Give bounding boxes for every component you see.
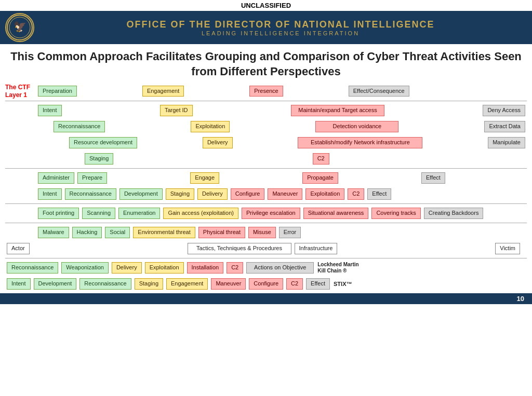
tag-maneuver-l3: Maneuver xyxy=(268,188,302,199)
ctf-layer1-row: The CTFLayer 1 Preparation Engagement Pr… xyxy=(5,84,527,99)
header-title: OFFICE OF THE DIRECTOR OF NATIONAL INTEL… xyxy=(34,19,527,30)
tag-effect-l3: Effect xyxy=(367,188,391,199)
tag-maintain-expand: Maintain/expand Target access xyxy=(291,105,384,116)
tag-social: Social xyxy=(105,227,130,238)
tag-covering-tracks: Covering tracks xyxy=(371,208,420,219)
tag-intent-l3: Intent xyxy=(38,188,62,199)
tag-lm-c2: C2 xyxy=(227,262,243,273)
tag-stix-configure: Configure xyxy=(249,278,283,289)
tag-exploitation: Exploitation xyxy=(191,121,230,132)
tag-propagate: Propagate xyxy=(302,172,338,183)
page-number: 10 xyxy=(0,293,532,304)
tag-stix-development: Development xyxy=(34,278,77,289)
tag-stix-maneuver: Maneuver xyxy=(211,278,246,289)
tag-stix-intent: Intent xyxy=(7,278,31,289)
layer4-row: Foot printing Scanning Enumeration Gain … xyxy=(5,206,527,221)
tag-stix-effect: Effect xyxy=(306,278,330,289)
tag-hacking: Hacking xyxy=(72,227,102,238)
tag-prepare: Prepare xyxy=(77,172,107,183)
tag-lm-installation: Installation xyxy=(187,262,224,273)
tag-delivery: Delivery xyxy=(203,137,233,148)
tag-resource-dev: Resource development xyxy=(69,137,137,148)
tag-victim: Victim xyxy=(495,243,520,254)
tag-physical-threat: Physical threat xyxy=(198,227,245,238)
layer3-header-row: Administer Prepare Engage Propagate Effe… xyxy=(5,171,527,185)
layer6-row: Actor Tactics, Techniques & Procedures I… xyxy=(5,241,527,256)
tag-lm-weaponization: Weaponization xyxy=(61,262,109,273)
tag-exploitation-l3: Exploitation xyxy=(305,188,344,199)
tag-preparation: Preparation xyxy=(38,86,77,97)
tag-delivery-l3: Delivery xyxy=(197,188,228,199)
header-banner: 🦅 OFFICE OF THE DIRECTOR OF NATIONAL INT… xyxy=(0,11,532,44)
lockheed-row: Reconnaissance Weaponization Delivery Ex… xyxy=(5,261,527,275)
lockheed-label: Lockheed MartinKill Chain ® xyxy=(317,262,358,274)
divider-4 xyxy=(5,223,527,223)
tag-ttp: Tactics, Techniques & Procedures xyxy=(188,243,291,254)
divider-2 xyxy=(5,168,527,169)
tag-stix-staging: Staging xyxy=(135,278,163,289)
layer2-row1: Intent Target ID Maintain/expand Target … xyxy=(5,103,527,118)
tag-stix-recon: Reconnaissance xyxy=(79,278,131,289)
header-subtitle: LEADING INTELLIGENCE INTEGRATION xyxy=(34,30,527,36)
stix-label: STIX™ xyxy=(334,281,352,287)
layer5-row: Malware Hacking Social Environmental thr… xyxy=(5,225,527,240)
tag-deny-access: Deny Access xyxy=(483,105,525,116)
tag-error: Error xyxy=(279,227,301,238)
tag-effect-consequence: Effect/Consequence xyxy=(349,86,409,97)
divider-5 xyxy=(5,258,527,258)
tag-lm-exploitation: Exploitation xyxy=(145,262,184,273)
tag-development-l3: Development xyxy=(119,188,163,199)
odni-seal: 🦅 xyxy=(5,13,34,42)
tag-enumeration: Enumeration xyxy=(118,208,160,219)
tag-infrastructure: Infrastructure xyxy=(295,243,338,254)
tag-staging-l3: Staging xyxy=(166,188,194,199)
tag-foot-printing: Foot printing xyxy=(38,208,79,219)
tag-extract-data: Extract Data xyxy=(484,121,525,132)
tag-target-id: Target ID xyxy=(160,105,193,116)
main-title: This Common Approach Facilitates Groupin… xyxy=(0,44,532,82)
layer3-items-row: Intent Reconnaissance Development Stagin… xyxy=(5,187,527,201)
tag-situational-awareness: Situational awareness xyxy=(303,208,369,219)
tag-manipulate: Manipulate xyxy=(488,137,525,148)
tag-creating-backdoors: Creating Backdoors xyxy=(424,208,484,219)
tag-administer: Administer xyxy=(38,172,74,183)
header-text-block: OFFICE OF THE DIRECTOR OF NATIONAL INTEL… xyxy=(34,19,527,36)
tag-stix-engagement: Engagement xyxy=(166,278,208,289)
divider-1 xyxy=(5,101,527,101)
stix-row: Intent Development Reconnaissance Stagin… xyxy=(5,277,527,291)
tag-presence: Presence xyxy=(249,86,283,97)
unclassified-label: UNCLASSIFIED xyxy=(0,0,532,11)
tag-scanning: Scanning xyxy=(82,208,115,219)
ctf-label: The CTFLayer 1 xyxy=(5,84,36,99)
tag-configure-l3: Configure xyxy=(231,188,265,199)
tag-detection-voidance: Detection voidance xyxy=(315,121,398,132)
tag-malware: Malware xyxy=(38,227,69,238)
tag-recon: Reconnaissance xyxy=(54,121,105,132)
layer2-row3: Resource development Delivery Establish/… xyxy=(5,135,527,150)
tag-actor: Actor xyxy=(7,243,30,254)
svg-text:🦅: 🦅 xyxy=(14,20,26,33)
tag-effect-l3h: Effect xyxy=(421,172,445,183)
tag-engagement: Engagement xyxy=(142,86,184,97)
tag-stix-c2: C2 xyxy=(286,278,303,289)
tag-lm-actions: Actions on Objective xyxy=(246,262,314,273)
layer2-row2: Reconnaissance Exploitation Detection vo… xyxy=(5,119,527,134)
tag-establish-modify: Establish/modify Network infrastructure xyxy=(298,137,422,148)
tag-misuse: Misuse xyxy=(248,227,276,238)
tag-privilege-escalation: Privilege escalation xyxy=(242,208,300,219)
tag-environmental-threat: Environmental threat xyxy=(133,227,195,238)
tag-engage: Engage xyxy=(190,172,219,183)
tag-recon-l3: Reconnaissance xyxy=(65,188,116,199)
tag-lm-delivery: Delivery xyxy=(112,262,142,273)
layer2-row4: Staging C2 xyxy=(5,152,527,166)
tag-staging-l2: Staging xyxy=(85,153,113,164)
tag-intent: Intent xyxy=(38,105,62,116)
tag-lm-recon: Reconnaissance xyxy=(7,262,58,273)
tag-gain-access: Gain access (exploitation) xyxy=(163,208,238,219)
divider-3 xyxy=(5,203,527,204)
content-area: The CTFLayer 1 Preparation Engagement Pr… xyxy=(0,84,532,291)
tag-c2-l2: C2 xyxy=(313,153,329,164)
tag-c2-l3: C2 xyxy=(348,188,364,199)
